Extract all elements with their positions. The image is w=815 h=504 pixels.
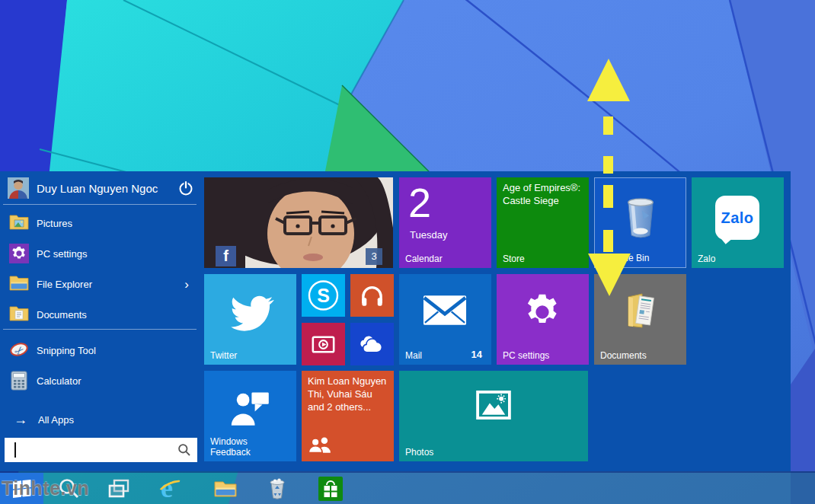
power-icon [177,179,195,197]
tile-calendar[interactable]: 2 Tuesday Calendar [399,177,491,268]
header-divider [3,204,197,205]
taskbar-store-button[interactable] [318,477,343,501]
taskbar-task-view-button[interactable] [107,477,131,501]
tile-label: Calendar [405,254,443,264]
taskbar-internet-explorer-button[interactable]: e [158,477,183,501]
all-apps-label: All Apps [38,414,74,426]
tile-label: Recycle Bin [601,253,649,263]
tile-mail[interactable]: Mail 14 [399,274,491,365]
sidebar-item-label: Documents [37,309,87,321]
sidebar-item-documents[interactable]: Documents [0,299,200,330]
store-icon [318,477,343,501]
tile-label: PC settings [503,350,549,361]
mail-unread-badge: 14 [471,349,482,360]
notification-count-badge: 3 [366,248,382,265]
facebook-f: f [223,247,229,264]
feedback-person-icon [229,389,272,426]
sidebar-item-snipping-tool[interactable]: ✂ Snipping Tool [0,335,200,365]
windows-logo-icon [12,479,32,499]
user-avatar[interactable] [8,177,29,199]
sidebar-item-label: Snipping Tool [37,345,96,356]
search-input[interactable] [5,438,197,462]
people-icon [308,436,332,453]
power-button[interactable] [177,179,195,197]
tile-documents[interactable]: Documents [594,274,686,365]
section-divider [3,329,197,330]
search-box [5,438,197,462]
recycle-bin-icon [622,195,659,242]
submenu-chevron-icon[interactable]: › [184,278,189,291]
recycle-bin-icon [265,477,289,501]
pictures-folder-icon [9,213,29,233]
tile-zalo[interactable]: Zalo Zalo [692,177,784,268]
user-name: Duy Luan Nguyen Ngoc [37,182,158,195]
tile-label: Zalo [698,254,715,264]
tile-label: Windows Feedback [210,436,279,458]
tile-label: Twitter [210,350,237,361]
documents-folder-icon [622,291,657,330]
taskbar-recycle-bin-button[interactable] [265,477,289,501]
tile-pc-settings[interactable]: PC settings [497,274,589,365]
tile-recycle-bin[interactable]: Recycle Bin [594,177,686,268]
skype-icon: S [302,274,345,317]
twitter-bird-icon [227,295,274,335]
tile-music[interactable] [350,274,394,317]
sidebar-item-pictures[interactable]: Pictures [0,208,200,238]
tile-label: Mail [405,350,422,361]
people-contacts-text: Kim Loan Nguyen Thi, Vuhai Sáu and 2 oth… [308,375,389,414]
snipping-tool-icon: ✂ [9,340,29,360]
file-explorer-icon [213,477,238,501]
video-play-icon [312,336,335,353]
tile-label: Documents [600,350,647,361]
tile-skype[interactable]: S [302,274,345,317]
documents-folder-icon [9,305,29,324]
screen: Duy Luan Nguyen Ngoc Pictures PC setting… [0,0,815,504]
text-caret [14,442,16,458]
tile-people[interactable]: Kim Loan Nguyen Thi, Vuhai Sáu and 2 oth… [302,371,394,461]
calendar-day: 2 [408,180,431,225]
sidebar-item-label: PC settings [37,248,87,260]
store-promo-text: Age of Empires®: Castle Siege [503,182,584,208]
search-icon [57,477,82,501]
sidebar-item-label: Calculator [37,375,82,387]
start-menu-header: Duy Luan Nguyen Ngoc [0,176,200,203]
search-icon [177,443,191,460]
sidebar-item-pc-settings[interactable]: PC settings [0,238,200,269]
file-explorer-folder-icon [9,274,29,294]
calculator-icon [9,371,29,391]
start-menu: Duy Luan Nguyen Ngoc Pictures PC setting… [0,171,791,471]
task-view-icon [107,477,131,501]
taskbar-search-button[interactable] [57,477,82,501]
user-avatar-image [8,177,29,199]
tile-label: Photos [405,447,433,458]
tile-facebook-photo[interactable]: f 3 [204,177,393,268]
taskbar: e [0,471,815,504]
facebook-logo-badge: f [216,246,236,266]
tile-photos[interactable]: Photos [399,371,588,461]
gear-icon [521,291,564,333]
tile-windows-feedback[interactable]: Windows Feedback [204,371,296,461]
headphones-icon [360,284,384,307]
svg-text:S: S [317,285,330,306]
tile-video[interactable] [302,323,345,365]
tile-twitter[interactable]: Twitter [204,274,296,365]
sidebar-item-calculator[interactable]: Calculator [0,365,200,396]
all-apps-button[interactable]: → All Apps [0,404,200,435]
sidebar-item-label: Pictures [37,218,72,229]
tile-store-age-of-empires[interactable]: Age of Empires®: Castle Siege Store [497,177,589,268]
calendar-weekday: Tuesday [410,229,447,241]
sidebar-item-file-explorer[interactable]: File Explorer › [0,269,200,299]
pc-settings-gear-icon [9,244,29,263]
zalo-logo: Zalo [715,196,759,240]
taskbar-start-button[interactable] [0,473,43,504]
photos-icon [476,391,511,419]
all-apps-arrow-icon: → [11,410,30,429]
taskbar-file-explorer-button[interactable] [213,477,238,501]
onedrive-clouds-icon [358,336,386,353]
tile-onedrive[interactable] [350,323,394,365]
sidebar-item-label: File Explorer [37,279,92,290]
mail-envelope-icon [423,295,467,326]
tile-label: Store [503,254,525,264]
